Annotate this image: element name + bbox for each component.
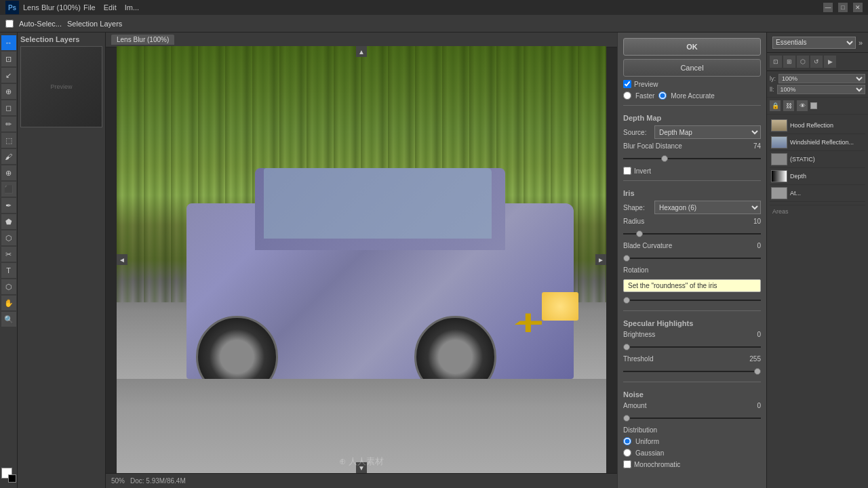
brightness-slider[interactable] [623, 344, 761, 350]
monochromatic-checkbox[interactable] [623, 460, 631, 468]
watermark: ⊕ 人人素材 [339, 455, 384, 468]
maximize-button[interactable]: □ [838, 3, 848, 12]
scroll-right-button[interactable]: ► [595, 254, 606, 265]
ps-logo: Ps [5, 1, 19, 14]
uniform-row: Uniform [623, 437, 761, 445]
list-item[interactable]: Depth [770, 168, 865, 185]
menu-file[interactable]: File [83, 3, 96, 12]
menu-image[interactable]: Im... [125, 3, 139, 12]
scroll-left-button[interactable]: ◄ [117, 254, 127, 265]
eyedropper-tool[interactable]: ✏ [1, 117, 16, 131]
radius-slider-container [623, 230, 761, 237]
brush-tool[interactable]: 🖌 [1, 149, 16, 164]
expand-icon[interactable]: » [859, 39, 863, 47]
uniform-label: Uniform [635, 438, 659, 445]
fill-select[interactable]: 100% [777, 85, 866, 94]
foreground-color[interactable] [1, 468, 16, 483]
shape-label: Shape: [623, 204, 652, 211]
eraser-tool[interactable]: ✒ [1, 198, 16, 213]
rotation-row: Rotation [623, 266, 761, 274]
source-select[interactable]: Depth Map [654, 125, 761, 139]
history-brush[interactable]: ⬛ [1, 182, 16, 197]
clone-tool[interactable]: ⊕ [1, 165, 16, 180]
threshold-slider[interactable] [623, 368, 761, 375]
dodge-tool[interactable]: ⬡ [1, 230, 16, 245]
crop-tool[interactable]: ◻ [1, 100, 16, 115]
shape-tool[interactable]: ⬡ [1, 279, 16, 294]
rotation-slider[interactable] [623, 297, 761, 304]
layer-thumb-windshield [771, 136, 787, 148]
blur-focal-label: Blur Focal Distance [623, 142, 682, 150]
gradient-tool[interactable]: ⬟ [1, 214, 16, 229]
faster-radio[interactable] [623, 92, 631, 100]
divider-4 [623, 382, 761, 382]
eye-icon[interactable]: 👁 [797, 100, 808, 111]
faster-label: Faster [635, 92, 654, 100]
ok-button[interactable]: OK [623, 38, 761, 56]
radius-row: Radius 10 [623, 218, 761, 225]
list-item[interactable]: Hood Reflection [770, 117, 865, 134]
history-icon[interactable]: ↺ [810, 56, 823, 68]
list-item[interactable]: (STATIC) [770, 151, 865, 168]
rotation-tooltip: Set the "roundness" of the iris [623, 279, 761, 292]
title-text: Lens Blur (100%) [23, 3, 81, 12]
gaussian-radio[interactable] [623, 449, 631, 457]
noise-section-label: Noise [623, 390, 761, 399]
scroll-up-button[interactable]: ▲ [356, 46, 367, 57]
more-accurate-radio[interactable] [658, 92, 667, 100]
menu-edit[interactable]: Edit [104, 3, 117, 12]
link-icon[interactable]: ⛓ [783, 100, 794, 111]
brightness-label: Brightness [623, 331, 655, 338]
preview-checkbox[interactable] [623, 80, 631, 88]
list-item[interactable]: Windshield Reflection... [770, 134, 865, 151]
magic-wand-tool[interactable]: ⊕ [1, 84, 16, 99]
layer-label-windshield: Windshield Reflection... [790, 139, 854, 146]
essentials-select[interactable]: Essentials [772, 37, 856, 49]
minimize-button[interactable]: — [823, 3, 833, 12]
blade-curvature-slider[interactable] [623, 255, 761, 262]
radius-slider[interactable] [623, 230, 761, 237]
uniform-radio[interactable] [623, 437, 631, 445]
auto-select-checkbox[interactable] [5, 20, 14, 28]
canvas-tab[interactable]: Lens Blur (100%) [111, 35, 174, 45]
doc-size: Doc: 5.93M/86.4M [130, 477, 186, 485]
pen-tool[interactable]: ✂ [1, 247, 16, 262]
left-panel: Selection Layers Preview [18, 33, 106, 488]
layers-icon[interactable]: ⊡ [770, 56, 782, 68]
healing-tool[interactable]: ⬚ [1, 133, 16, 148]
zoom-tool[interactable]: 🔍 [1, 312, 16, 327]
amount-slider[interactable] [623, 415, 761, 422]
preview-label: Preview [634, 81, 658, 88]
shape-select[interactable]: Hexagon (6) [654, 201, 761, 214]
channels-icon[interactable]: ⊞ [783, 56, 795, 68]
lasso-tool[interactable]: ↙ [1, 68, 16, 83]
gaussian-label: Gaussian [635, 449, 664, 457]
selection-layers-label: Selection Layers [67, 20, 122, 28]
layer-label-hood: Hood Reflection [790, 122, 833, 129]
type-tool[interactable]: T [1, 263, 16, 278]
brightness-value: 0 [744, 331, 761, 338]
move-tool[interactable]: ↔ [1, 35, 16, 50]
cancel-button[interactable]: Cancel [623, 59, 761, 77]
list-item[interactable]: At... [770, 185, 865, 202]
blur-focal-slider[interactable] [623, 155, 761, 162]
close-button[interactable]: ✕ [853, 3, 863, 12]
selection-thumbnail: Preview [20, 46, 102, 127]
lock-icon[interactable]: 🔒 [770, 100, 781, 111]
paths-icon[interactable]: ⬡ [797, 56, 809, 68]
actions-icon[interactable]: ▶ [824, 56, 836, 68]
layer-label-at: At... [790, 190, 801, 197]
hand-tool[interactable]: ✋ [1, 296, 16, 310]
layer-label-static: (STATIC) [790, 156, 815, 163]
invert-label: Invert [634, 167, 651, 175]
headlight [542, 292, 578, 321]
marquee-tool[interactable]: ⊡ [1, 52, 16, 66]
layer-label-depth: Depth [790, 173, 806, 180]
right-panel: Essentials » ⊡ ⊞ ⬡ ↺ ▶ ly: 100% ll: 100% [766, 33, 868, 488]
source-row: Source: Depth Map [623, 125, 761, 139]
iris-section-label: Iris [623, 189, 761, 197]
opacity-select[interactable]: 100% [778, 74, 865, 83]
invert-checkbox[interactable] [623, 167, 631, 175]
status-bar: 50% Doc: 5.93M/86.4M [106, 473, 617, 488]
layer-thumb-depth [771, 170, 787, 182]
